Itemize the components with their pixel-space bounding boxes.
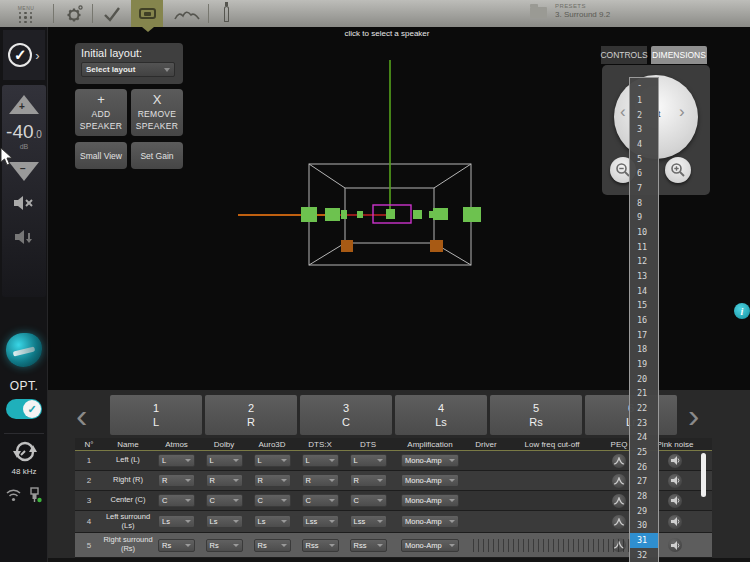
dts-select[interactable]: L <box>350 454 387 467</box>
menu-button[interactable]: MENU <box>10 0 42 27</box>
peq-button[interactable] <box>612 494 626 508</box>
dolby-select[interactable]: Ls <box>206 515 243 528</box>
number-list-item[interactable]: 23 <box>630 415 658 430</box>
dtsx-select[interactable]: C <box>302 494 339 507</box>
dts-select[interactable]: C <box>350 494 387 507</box>
dtsx-select[interactable]: R <box>302 474 339 487</box>
pink-noise-button[interactable] <box>668 494 682 508</box>
speaker-box-selected[interactable] <box>386 209 395 219</box>
speaker-box[interactable] <box>301 207 317 222</box>
dts-select[interactable]: Rss <box>350 539 387 552</box>
number-list-item[interactable]: 29 <box>630 503 658 518</box>
number-list-item[interactable]: 11 <box>630 239 658 254</box>
sample-rate-button[interactable] <box>13 439 37 467</box>
number-list-item[interactable]: - <box>630 78 658 93</box>
number-list-item[interactable]: 31 <box>630 533 658 548</box>
number-list-item[interactable]: 30 <box>630 518 658 533</box>
amplification-select[interactable]: Mono-Amp <box>401 539 459 552</box>
table-row[interactable]: 5 Right surround (Rs) Rs Rs Rs Rss Rss M… <box>75 533 712 558</box>
usb-device-icon[interactable] <box>28 487 42 503</box>
check-tool-button[interactable] <box>100 0 124 27</box>
zoom-in-button[interactable] <box>665 157 691 183</box>
number-list-item[interactable]: 9 <box>630 210 658 225</box>
number-list-item[interactable]: 27 <box>630 474 658 489</box>
number-list-item[interactable]: 24 <box>630 430 658 445</box>
curves-button[interactable] <box>172 0 202 27</box>
number-list-item[interactable]: 14 <box>630 283 658 298</box>
number-list-item[interactable]: 5 <box>630 151 658 166</box>
info-button[interactable]: i <box>734 303 750 319</box>
optimization-toggle[interactable]: ✓ <box>6 399 42 419</box>
auro3d-select[interactable]: C <box>254 494 291 507</box>
atmos-select[interactable]: Rs <box>158 539 195 552</box>
channel-tab[interactable]: 4 Ls <box>395 395 487 435</box>
table-row[interactable]: 4 Left surround (Ls) Ls Ls Ls Lss Lss Mo… <box>75 511 712 533</box>
speaker-box[interactable] <box>433 208 448 220</box>
number-list-item[interactable]: 13 <box>630 269 658 284</box>
number-list-item[interactable]: 18 <box>630 342 658 357</box>
dolby-select[interactable]: Rs <box>206 539 243 552</box>
tab-dimensions[interactable]: DIMENSIONS <box>651 46 707 64</box>
pink-noise-button[interactable] <box>668 454 682 468</box>
amplification-select[interactable]: Mono-Amp <box>401 494 459 507</box>
number-list-item[interactable]: 26 <box>630 459 658 474</box>
speaker-3d-thumbnail[interactable] <box>6 333 42 367</box>
speaker-box[interactable] <box>325 208 340 221</box>
layout-select[interactable]: Select layout <box>81 62 175 77</box>
peq-button[interactable] <box>612 474 626 488</box>
number-list-item[interactable]: 28 <box>630 489 658 504</box>
speaker-box[interactable] <box>429 211 433 218</box>
dts-select[interactable]: Lss <box>350 515 387 528</box>
pink-noise-button[interactable] <box>668 515 682 529</box>
logo-button[interactable]: ✓ › <box>3 30 45 80</box>
number-list-item[interactable]: 21 <box>630 386 658 401</box>
table-row[interactable]: 1 Left (L) L L L L L Mono-Amp <box>75 451 712 471</box>
number-list-item[interactable]: 15 <box>630 298 658 313</box>
auro3d-select[interactable]: Rs <box>254 539 291 552</box>
number-list-item[interactable]: 12 <box>630 254 658 269</box>
number-list-item[interactable]: 19 <box>630 357 658 372</box>
number-list-item[interactable]: 10 <box>630 225 658 240</box>
speaker-setup-tab-active[interactable] <box>131 0 163 27</box>
channel-tab[interactable]: 5 Rs <box>490 395 582 435</box>
number-list-item[interactable]: 16 <box>630 313 658 328</box>
atmos-select[interactable]: L <box>158 454 195 467</box>
channels-prev-button[interactable]: ‹ <box>76 395 87 435</box>
table-row[interactable]: 3 Center (C) C C C C C Mono-Amp <box>75 491 712 511</box>
dtsx-select[interactable]: Lss <box>302 515 339 528</box>
speaker-markers[interactable] <box>301 207 481 222</box>
speaker-box[interactable] <box>413 210 422 219</box>
auro3d-select[interactable]: L <box>254 454 291 467</box>
table-scrollbar[interactable] <box>701 453 706 497</box>
auro3d-select[interactable]: R <box>254 474 291 487</box>
subwoofer-box[interactable] <box>430 240 443 252</box>
dim-volume-button[interactable] <box>14 229 34 249</box>
dolby-select[interactable]: R <box>206 474 243 487</box>
number-list-item[interactable]: 20 <box>630 371 658 386</box>
wifi-icon[interactable] <box>6 489 21 502</box>
dolby-select[interactable]: C <box>206 494 243 507</box>
number-list-item[interactable]: 6 <box>630 166 658 181</box>
dtsx-select[interactable]: L <box>302 454 339 467</box>
speaker-box[interactable] <box>357 211 363 218</box>
number-list-item[interactable]: 4 <box>630 137 658 152</box>
channel-tab[interactable]: 2 R <box>205 395 297 435</box>
peq-button[interactable] <box>612 515 626 529</box>
amplification-select[interactable]: Mono-Amp <box>401 454 459 467</box>
atmos-select[interactable]: C <box>158 494 195 507</box>
subwoofer-box[interactable] <box>341 240 353 252</box>
atmos-select[interactable]: R <box>158 474 195 487</box>
amplification-select[interactable]: Mono-Amp <box>401 474 459 487</box>
number-list-item[interactable]: 17 <box>630 327 658 342</box>
number-list-item[interactable]: 2 <box>630 107 658 122</box>
rotate-right-chevron[interactable]: › <box>679 103 685 120</box>
pink-noise-button[interactable] <box>668 474 682 488</box>
settings-button[interactable] <box>62 0 88 27</box>
atmos-select[interactable]: Ls <box>158 515 195 528</box>
channel-tab[interactable]: 1 L <box>110 395 202 435</box>
remove-speaker-button[interactable]: X REMOVE SPEAKER <box>131 89 183 136</box>
dts-select[interactable]: R <box>350 474 387 487</box>
table-row[interactable]: 2 Right (R) R R R R R Mono-Amp <box>75 471 712 491</box>
microphone-button[interactable] <box>218 0 234 27</box>
number-list-item[interactable]: 22 <box>630 401 658 416</box>
